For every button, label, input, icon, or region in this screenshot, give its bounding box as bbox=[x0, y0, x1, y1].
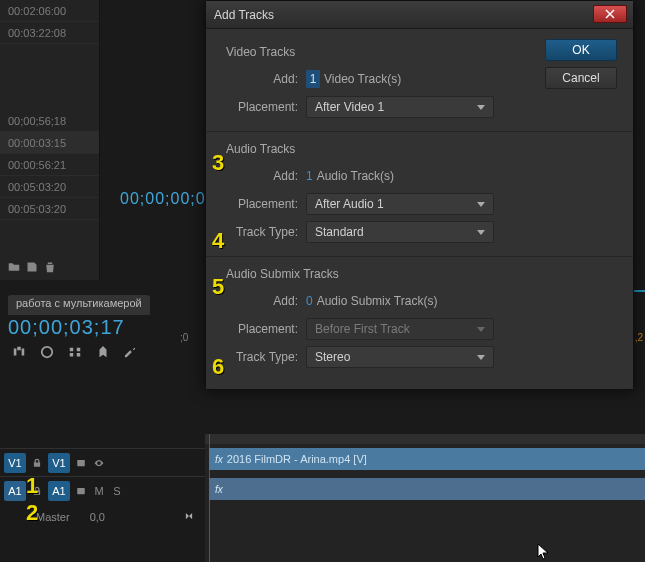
mute-toggle[interactable]: M bbox=[92, 484, 106, 498]
video-placement-dropdown[interactable]: After Video 1 bbox=[306, 96, 494, 118]
marker-label: ,2 bbox=[635, 332, 643, 343]
submix-placement-label: Placement: bbox=[226, 322, 306, 336]
timeline-canvas[interactable]: fx 2016 FilmDR - Arina.mp4 [V] fx bbox=[205, 434, 645, 562]
source-v1-toggle[interactable]: V1 bbox=[4, 453, 26, 473]
bin-row[interactable]: 00:05:03:20 bbox=[0, 176, 99, 198]
audio-add-label: Add: bbox=[226, 169, 306, 183]
close-button[interactable] bbox=[593, 5, 627, 23]
audio-add-unit: Audio Track(s) bbox=[317, 169, 394, 183]
dialog-title: Add Tracks bbox=[214, 8, 274, 22]
source-a1-toggle[interactable]: A1 bbox=[4, 481, 26, 501]
cursor-icon bbox=[537, 543, 551, 562]
audio-add-input[interactable]: 1 bbox=[306, 169, 313, 183]
cancel-button[interactable]: Cancel bbox=[545, 67, 617, 89]
linked-selection-icon[interactable] bbox=[40, 345, 54, 362]
bin-row[interactable]: 00:05:03:20 bbox=[0, 198, 99, 220]
svg-rect-0 bbox=[77, 459, 85, 465]
project-panel: 00:02:06:00 00:03:22:08 00;00;56;18 00:0… bbox=[0, 0, 100, 280]
video-clip[interactable]: fx 2016 FilmDR - Arina.mp4 [V] bbox=[209, 448, 645, 470]
bin-row[interactable]: 00;00;56;18 bbox=[0, 110, 99, 132]
target-v1-toggle[interactable]: V1 bbox=[48, 453, 70, 473]
eye-icon[interactable] bbox=[92, 456, 106, 470]
timeline-header: 00;00;03;17 bbox=[0, 316, 205, 376]
ruler-tick: ;0 bbox=[180, 332, 188, 343]
add-tracks-dialog: Add Tracks OK Cancel Video Tracks Add: 1… bbox=[205, 0, 634, 390]
video-add-unit: Video Track(s) bbox=[324, 72, 401, 86]
trash-icon[interactable] bbox=[44, 261, 56, 276]
submix-placement-dropdown: Before First Track bbox=[306, 318, 494, 340]
sequence-tab[interactable]: работа с мультикамерой bbox=[8, 295, 150, 315]
ok-button[interactable]: OK bbox=[545, 39, 617, 61]
timeline-ruler[interactable] bbox=[205, 434, 645, 444]
snap-icon[interactable] bbox=[12, 345, 26, 362]
video-placement-label: Placement: bbox=[226, 100, 306, 114]
new-item-icon[interactable] bbox=[26, 261, 38, 276]
bin-row[interactable]: 00:00:56:21 bbox=[0, 154, 99, 176]
audio-type-label: Track Type: bbox=[226, 225, 306, 239]
dialog-title-bar[interactable]: Add Tracks bbox=[206, 1, 633, 29]
submix-tracks-section-label: Audio Submix Tracks bbox=[226, 267, 617, 281]
audio-track-header[interactable]: A1 A1 M S bbox=[0, 476, 205, 504]
audio-tracks-section-label: Audio Tracks bbox=[226, 142, 617, 156]
track-headers: V1 V1 A1 A1 M S Master 0,0 bbox=[0, 448, 205, 530]
master-track-header[interactable]: Master 0,0 bbox=[0, 504, 205, 530]
folder-icon[interactable] bbox=[8, 261, 20, 276]
out-icon[interactable] bbox=[183, 511, 195, 523]
audio-placement-dropdown[interactable]: After Audio 1 bbox=[306, 193, 494, 215]
submix-type-dropdown[interactable]: Stereo bbox=[306, 346, 494, 368]
audio-type-dropdown[interactable]: Standard bbox=[306, 221, 494, 243]
divider bbox=[206, 131, 633, 132]
target-a1-toggle[interactable]: A1 bbox=[48, 481, 70, 501]
bin-row[interactable]: 00:00:03:15 bbox=[0, 132, 99, 154]
clip-label: 2016 FilmDR - Arina.mp4 [V] bbox=[227, 453, 367, 465]
timeline-timecode[interactable]: 00;00;03;17 bbox=[8, 316, 205, 339]
divider bbox=[206, 256, 633, 257]
svg-rect-1 bbox=[77, 487, 85, 493]
bin-row[interactable]: 00:03:22:08 bbox=[0, 22, 99, 44]
lock-icon[interactable] bbox=[30, 456, 44, 470]
marker-icon[interactable] bbox=[96, 345, 110, 362]
fx-badge: fx bbox=[215, 484, 223, 495]
sync-lock-icon[interactable] bbox=[74, 484, 88, 498]
submix-add-label: Add: bbox=[226, 294, 306, 308]
settings-icon[interactable] bbox=[124, 345, 138, 362]
dialog-body: OK Cancel Video Tracks Add: 1 Video Trac… bbox=[206, 29, 633, 389]
fx-badge: fx bbox=[215, 454, 223, 465]
submix-type-label: Track Type: bbox=[226, 350, 306, 364]
audio-placement-label: Placement: bbox=[226, 197, 306, 211]
submix-add-input[interactable]: 0 bbox=[306, 294, 313, 308]
submix-add-unit: Audio Submix Track(s) bbox=[317, 294, 438, 308]
video-add-label: Add: bbox=[226, 72, 306, 86]
master-value[interactable]: 0,0 bbox=[90, 511, 105, 523]
markers-icon[interactable] bbox=[68, 345, 82, 362]
bin-row[interactable]: 00:02:06:00 bbox=[0, 0, 99, 22]
lock-icon[interactable] bbox=[30, 484, 44, 498]
sync-lock-icon[interactable] bbox=[74, 456, 88, 470]
solo-toggle[interactable]: S bbox=[110, 484, 124, 498]
project-toolbar bbox=[0, 258, 100, 278]
video-add-input[interactable]: 1 bbox=[306, 70, 320, 88]
master-label: Master bbox=[36, 511, 70, 523]
source-monitor-timecode: 00;00;00;00 bbox=[120, 190, 216, 208]
audio-clip[interactable]: fx bbox=[209, 478, 645, 500]
video-track-header[interactable]: V1 V1 bbox=[0, 448, 205, 476]
